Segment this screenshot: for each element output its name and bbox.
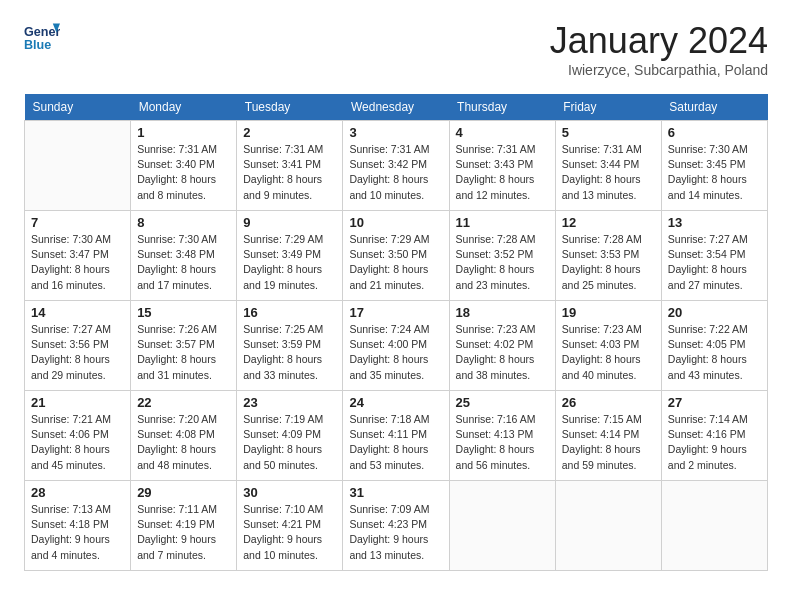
calendar-cell: 17Sunrise: 7:24 AMSunset: 4:00 PMDayligh… xyxy=(343,301,449,391)
day-number: 1 xyxy=(137,125,230,140)
calendar-cell: 8Sunrise: 7:30 AMSunset: 3:48 PMDaylight… xyxy=(131,211,237,301)
day-number: 28 xyxy=(31,485,124,500)
logo-icon: General Blue xyxy=(24,20,60,56)
day-info: Sunrise: 7:23 AMSunset: 4:03 PMDaylight:… xyxy=(562,322,655,383)
day-info: Sunrise: 7:29 AMSunset: 3:49 PMDaylight:… xyxy=(243,232,336,293)
day-info: Sunrise: 7:25 AMSunset: 3:59 PMDaylight:… xyxy=(243,322,336,383)
weekday-header-cell: Wednesday xyxy=(343,94,449,121)
day-number: 24 xyxy=(349,395,442,410)
calendar-cell: 18Sunrise: 7:23 AMSunset: 4:02 PMDayligh… xyxy=(449,301,555,391)
calendar-week-row: 1Sunrise: 7:31 AMSunset: 3:40 PMDaylight… xyxy=(25,121,768,211)
day-info: Sunrise: 7:27 AMSunset: 3:56 PMDaylight:… xyxy=(31,322,124,383)
day-info: Sunrise: 7:23 AMSunset: 4:02 PMDaylight:… xyxy=(456,322,549,383)
calendar-cell: 21Sunrise: 7:21 AMSunset: 4:06 PMDayligh… xyxy=(25,391,131,481)
day-number: 7 xyxy=(31,215,124,230)
weekday-header-cell: Monday xyxy=(131,94,237,121)
calendar-body: 1Sunrise: 7:31 AMSunset: 3:40 PMDaylight… xyxy=(25,121,768,571)
weekday-header-cell: Sunday xyxy=(25,94,131,121)
calendar-cell: 12Sunrise: 7:28 AMSunset: 3:53 PMDayligh… xyxy=(555,211,661,301)
day-info: Sunrise: 7:20 AMSunset: 4:08 PMDaylight:… xyxy=(137,412,230,473)
calendar-cell xyxy=(555,481,661,571)
calendar-cell: 28Sunrise: 7:13 AMSunset: 4:18 PMDayligh… xyxy=(25,481,131,571)
logo: General Blue xyxy=(24,20,60,56)
calendar-cell: 26Sunrise: 7:15 AMSunset: 4:14 PMDayligh… xyxy=(555,391,661,481)
calendar-week-row: 21Sunrise: 7:21 AMSunset: 4:06 PMDayligh… xyxy=(25,391,768,481)
calendar-table: SundayMondayTuesdayWednesdayThursdayFrid… xyxy=(24,94,768,571)
calendar-week-row: 7Sunrise: 7:30 AMSunset: 3:47 PMDaylight… xyxy=(25,211,768,301)
calendar-cell: 19Sunrise: 7:23 AMSunset: 4:03 PMDayligh… xyxy=(555,301,661,391)
calendar-cell: 6Sunrise: 7:30 AMSunset: 3:45 PMDaylight… xyxy=(661,121,767,211)
day-number: 20 xyxy=(668,305,761,320)
day-info: Sunrise: 7:10 AMSunset: 4:21 PMDaylight:… xyxy=(243,502,336,563)
day-info: Sunrise: 7:11 AMSunset: 4:19 PMDaylight:… xyxy=(137,502,230,563)
calendar-cell: 16Sunrise: 7:25 AMSunset: 3:59 PMDayligh… xyxy=(237,301,343,391)
day-info: Sunrise: 7:30 AMSunset: 3:47 PMDaylight:… xyxy=(31,232,124,293)
day-number: 30 xyxy=(243,485,336,500)
day-info: Sunrise: 7:09 AMSunset: 4:23 PMDaylight:… xyxy=(349,502,442,563)
day-info: Sunrise: 7:27 AMSunset: 3:54 PMDaylight:… xyxy=(668,232,761,293)
day-info: Sunrise: 7:26 AMSunset: 3:57 PMDaylight:… xyxy=(137,322,230,383)
day-number: 9 xyxy=(243,215,336,230)
day-info: Sunrise: 7:28 AMSunset: 3:53 PMDaylight:… xyxy=(562,232,655,293)
day-info: Sunrise: 7:31 AMSunset: 3:43 PMDaylight:… xyxy=(456,142,549,203)
day-number: 2 xyxy=(243,125,336,140)
calendar-cell: 9Sunrise: 7:29 AMSunset: 3:49 PMDaylight… xyxy=(237,211,343,301)
day-number: 16 xyxy=(243,305,336,320)
day-number: 25 xyxy=(456,395,549,410)
day-number: 4 xyxy=(456,125,549,140)
day-number: 17 xyxy=(349,305,442,320)
day-number: 27 xyxy=(668,395,761,410)
calendar-cell: 1Sunrise: 7:31 AMSunset: 3:40 PMDaylight… xyxy=(131,121,237,211)
day-info: Sunrise: 7:18 AMSunset: 4:11 PMDaylight:… xyxy=(349,412,442,473)
calendar-cell: 27Sunrise: 7:14 AMSunset: 4:16 PMDayligh… xyxy=(661,391,767,481)
calendar-cell: 5Sunrise: 7:31 AMSunset: 3:44 PMDaylight… xyxy=(555,121,661,211)
calendar-week-row: 28Sunrise: 7:13 AMSunset: 4:18 PMDayligh… xyxy=(25,481,768,571)
day-info: Sunrise: 7:16 AMSunset: 4:13 PMDaylight:… xyxy=(456,412,549,473)
day-number: 12 xyxy=(562,215,655,230)
svg-text:Blue: Blue xyxy=(24,38,51,52)
calendar-cell xyxy=(449,481,555,571)
page-header: General Blue January 2024 Iwierzyce, Sub… xyxy=(24,20,768,78)
calendar-cell: 7Sunrise: 7:30 AMSunset: 3:47 PMDaylight… xyxy=(25,211,131,301)
calendar-cell: 24Sunrise: 7:18 AMSunset: 4:11 PMDayligh… xyxy=(343,391,449,481)
day-info: Sunrise: 7:28 AMSunset: 3:52 PMDaylight:… xyxy=(456,232,549,293)
day-number: 3 xyxy=(349,125,442,140)
day-number: 26 xyxy=(562,395,655,410)
day-number: 14 xyxy=(31,305,124,320)
day-info: Sunrise: 7:31 AMSunset: 3:44 PMDaylight:… xyxy=(562,142,655,203)
day-info: Sunrise: 7:14 AMSunset: 4:16 PMDaylight:… xyxy=(668,412,761,473)
calendar-cell: 2Sunrise: 7:31 AMSunset: 3:41 PMDaylight… xyxy=(237,121,343,211)
day-number: 18 xyxy=(456,305,549,320)
day-info: Sunrise: 7:31 AMSunset: 3:41 PMDaylight:… xyxy=(243,142,336,203)
day-number: 15 xyxy=(137,305,230,320)
weekday-header-cell: Friday xyxy=(555,94,661,121)
weekday-header-cell: Tuesday xyxy=(237,94,343,121)
day-number: 10 xyxy=(349,215,442,230)
calendar-cell: 31Sunrise: 7:09 AMSunset: 4:23 PMDayligh… xyxy=(343,481,449,571)
day-number: 21 xyxy=(31,395,124,410)
calendar-cell xyxy=(661,481,767,571)
calendar-week-row: 14Sunrise: 7:27 AMSunset: 3:56 PMDayligh… xyxy=(25,301,768,391)
day-info: Sunrise: 7:21 AMSunset: 4:06 PMDaylight:… xyxy=(31,412,124,473)
calendar-cell xyxy=(25,121,131,211)
calendar-cell: 3Sunrise: 7:31 AMSunset: 3:42 PMDaylight… xyxy=(343,121,449,211)
day-info: Sunrise: 7:30 AMSunset: 3:48 PMDaylight:… xyxy=(137,232,230,293)
day-info: Sunrise: 7:24 AMSunset: 4:00 PMDaylight:… xyxy=(349,322,442,383)
day-number: 19 xyxy=(562,305,655,320)
calendar-cell: 15Sunrise: 7:26 AMSunset: 3:57 PMDayligh… xyxy=(131,301,237,391)
calendar-cell: 25Sunrise: 7:16 AMSunset: 4:13 PMDayligh… xyxy=(449,391,555,481)
day-info: Sunrise: 7:31 AMSunset: 3:40 PMDaylight:… xyxy=(137,142,230,203)
day-number: 6 xyxy=(668,125,761,140)
calendar-cell: 10Sunrise: 7:29 AMSunset: 3:50 PMDayligh… xyxy=(343,211,449,301)
day-info: Sunrise: 7:30 AMSunset: 3:45 PMDaylight:… xyxy=(668,142,761,203)
day-number: 23 xyxy=(243,395,336,410)
day-number: 29 xyxy=(137,485,230,500)
day-info: Sunrise: 7:19 AMSunset: 4:09 PMDaylight:… xyxy=(243,412,336,473)
title-block: January 2024 Iwierzyce, Subcarpathia, Po… xyxy=(550,20,768,78)
calendar-cell: 22Sunrise: 7:20 AMSunset: 4:08 PMDayligh… xyxy=(131,391,237,481)
day-number: 31 xyxy=(349,485,442,500)
weekday-header-row: SundayMondayTuesdayWednesdayThursdayFrid… xyxy=(25,94,768,121)
calendar-cell: 20Sunrise: 7:22 AMSunset: 4:05 PMDayligh… xyxy=(661,301,767,391)
day-info: Sunrise: 7:22 AMSunset: 4:05 PMDaylight:… xyxy=(668,322,761,383)
calendar-cell: 29Sunrise: 7:11 AMSunset: 4:19 PMDayligh… xyxy=(131,481,237,571)
